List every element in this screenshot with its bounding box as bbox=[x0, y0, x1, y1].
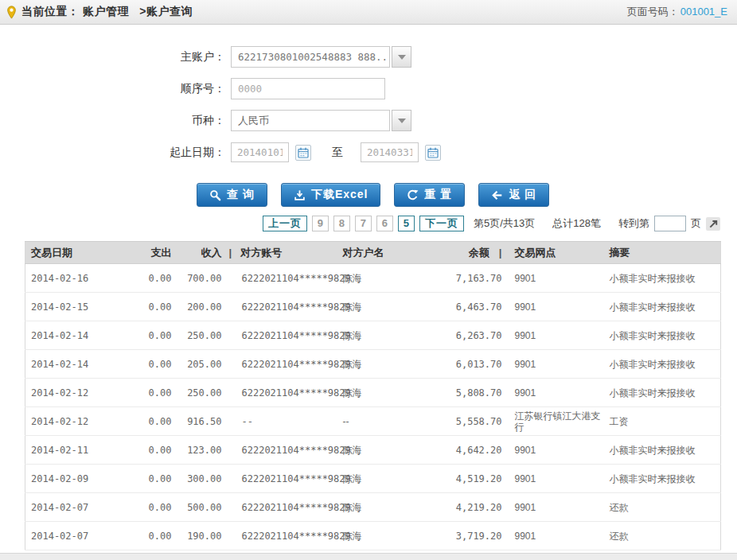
cell-balance: 3,719.20 bbox=[446, 522, 509, 550]
cell-balance: 5,808.70 bbox=[446, 379, 509, 407]
back-button[interactable]: 返 回 bbox=[478, 183, 549, 207]
col-balance: 余额| bbox=[446, 242, 509, 264]
cell-balance: 4,642.20 bbox=[446, 436, 509, 465]
calendar-icon bbox=[427, 147, 439, 158]
cell-date: 2014-02-12 bbox=[25, 407, 128, 436]
currency-select[interactable]: 人民币 bbox=[231, 110, 411, 131]
table-row: 2014-02-09 0.00 300.00 6222021104*****98… bbox=[25, 465, 721, 493]
breadcrumb-current: 账户查询 bbox=[146, 5, 193, 18]
cell-date: 2014-02-07 bbox=[25, 522, 128, 550]
download-icon bbox=[294, 189, 306, 201]
page-number-button[interactable]: 9 bbox=[312, 216, 329, 231]
total-records: 总计128笔 bbox=[552, 216, 601, 231]
cell-out: 0.00 bbox=[128, 436, 177, 465]
goto-suffix: 页 bbox=[691, 216, 701, 231]
cell-out: 0.00 bbox=[128, 379, 177, 407]
cell-account: 6222021104*****9829 bbox=[228, 293, 343, 321]
cell-date: 2014-02-14 bbox=[25, 350, 128, 379]
breadcrumb-label: 当前位置： bbox=[21, 5, 80, 18]
cell-balance: 4,519.20 bbox=[446, 465, 509, 493]
table-row: 2014-02-12 0.00 916.50 -- -- 5,558.70 江苏… bbox=[25, 407, 721, 436]
query-form: 主账户： 6221730801002548883 888... 顺序号： 币种：… bbox=[0, 46, 737, 163]
main-account-value[interactable]: 6221730801002548883 888... bbox=[231, 46, 390, 68]
cell-memo: 还款 bbox=[606, 493, 721, 522]
cell-memo: 小额非实时来报接收 bbox=[606, 379, 721, 407]
date-from-input[interactable] bbox=[231, 142, 289, 162]
cell-balance: 6,463.70 bbox=[446, 293, 509, 321]
download-button-label: 下载Excel bbox=[311, 188, 368, 202]
cell-balance: 7,163.70 bbox=[446, 264, 509, 293]
cell-balance: 5,558.70 bbox=[446, 407, 509, 436]
cell-account: 6222021104*****9829 bbox=[228, 436, 343, 465]
page-number-button[interactable]: 6 bbox=[376, 216, 393, 231]
cell-account: 6222021104*****9829 bbox=[228, 350, 343, 379]
main-account-row: 主账户： 6221730801002548883 888... bbox=[0, 46, 737, 68]
pagination: 上一页 9 8 7 6 5 下一页 第5页/共13页 总计128笔 转到第 页 bbox=[0, 216, 737, 231]
page-code: 页面号码：001001_E bbox=[627, 5, 727, 19]
col-out: 支出 bbox=[128, 242, 177, 264]
currency-value[interactable]: 人民币 bbox=[231, 110, 390, 131]
cell-in: 916.50 bbox=[177, 407, 228, 436]
cell-date: 2014-02-09 bbox=[25, 465, 128, 493]
cell-date: 2014-02-07 bbox=[25, 493, 128, 522]
reset-button[interactable]: 重 置 bbox=[394, 183, 465, 207]
next-page-button[interactable]: 下一页 bbox=[419, 216, 464, 231]
table-row: 2014-02-14 0.00 205.00 6222021104*****98… bbox=[25, 350, 721, 379]
goto-page-input[interactable] bbox=[654, 216, 686, 231]
cell-memo: 还款 bbox=[606, 522, 721, 550]
goto-label: 转到第 bbox=[618, 216, 649, 231]
cell-branch: 9901 bbox=[509, 321, 606, 350]
cell-name: 陈海 bbox=[343, 321, 446, 350]
table-row: 2014-02-15 0.00 200.00 6222021104*****98… bbox=[25, 293, 721, 321]
col-memo: 摘要 bbox=[606, 242, 721, 264]
cell-date: 2014-02-15 bbox=[25, 293, 128, 321]
cell-name: 陈海 bbox=[343, 264, 446, 293]
cell-name: 陈海 bbox=[343, 350, 446, 379]
cell-in: 190.00 bbox=[177, 522, 228, 550]
cell-account: 6222021104*****9829 bbox=[228, 264, 343, 293]
table-row: 2014-02-12 0.00 250.00 6222021104*****98… bbox=[25, 379, 721, 407]
cell-out: 0.00 bbox=[128, 465, 177, 493]
date-from-calendar-button[interactable] bbox=[295, 145, 311, 161]
cell-branch: 9901 bbox=[509, 264, 606, 293]
cell-out: 0.00 bbox=[128, 522, 177, 550]
page-code-label: 页面号码： bbox=[627, 6, 679, 18]
main-account-label: 主账户： bbox=[0, 50, 231, 64]
action-buttons: 查 询 下载Excel 重 置 返 回 bbox=[197, 183, 737, 207]
breadcrumb-section: 账户管理 bbox=[83, 5, 129, 18]
current-page-button[interactable]: 5 bbox=[398, 216, 415, 231]
cell-branch: 9901 bbox=[509, 465, 606, 493]
main-account-dropdown-button[interactable] bbox=[392, 46, 411, 68]
currency-label: 币种： bbox=[0, 114, 231, 128]
col-in: 收入 bbox=[177, 242, 228, 264]
col-branch: 交易网点 bbox=[509, 242, 606, 264]
cell-in: 300.00 bbox=[177, 465, 228, 493]
prev-page-button[interactable]: 上一页 bbox=[263, 216, 307, 231]
cell-in: 500.00 bbox=[177, 493, 228, 522]
date-to-input[interactable] bbox=[361, 142, 419, 162]
sequence-input[interactable] bbox=[231, 78, 385, 99]
cell-out: 0.00 bbox=[128, 493, 177, 522]
main-account-select[interactable]: 6221730801002548883 888... bbox=[231, 46, 411, 68]
page-number-button[interactable]: 8 bbox=[333, 216, 350, 231]
table-header: 交易日期 支出 收入 |对方账号 对方户名 余额| 交易网点 摘要 bbox=[25, 242, 721, 264]
cell-account: -- bbox=[228, 407, 343, 436]
goto-page-button[interactable] bbox=[706, 217, 720, 231]
table-row: 2014-02-11 0.00 123.00 6222021104*****98… bbox=[25, 436, 721, 465]
cell-balance: 4,219.20 bbox=[446, 493, 509, 522]
cell-in: 123.00 bbox=[177, 436, 228, 465]
topbar: 当前位置： 账户管理 >账户查询 页面号码：001001_E bbox=[0, 0, 737, 25]
page-number-button[interactable]: 7 bbox=[355, 216, 372, 231]
cell-date: 2014-02-14 bbox=[25, 321, 128, 350]
refresh-icon bbox=[407, 189, 419, 201]
reset-button-label: 重 置 bbox=[424, 188, 452, 202]
bottom-bar bbox=[0, 553, 737, 560]
cell-balance: 6,263.70 bbox=[446, 321, 509, 350]
header-separator: | bbox=[229, 247, 232, 259]
download-excel-button[interactable]: 下载Excel bbox=[281, 183, 381, 207]
date-to-calendar-button[interactable] bbox=[425, 145, 441, 161]
cell-in: 200.00 bbox=[177, 293, 228, 321]
currency-dropdown-button[interactable] bbox=[392, 110, 411, 131]
cell-date: 2014-02-12 bbox=[25, 379, 128, 407]
query-button[interactable]: 查 询 bbox=[197, 183, 267, 207]
